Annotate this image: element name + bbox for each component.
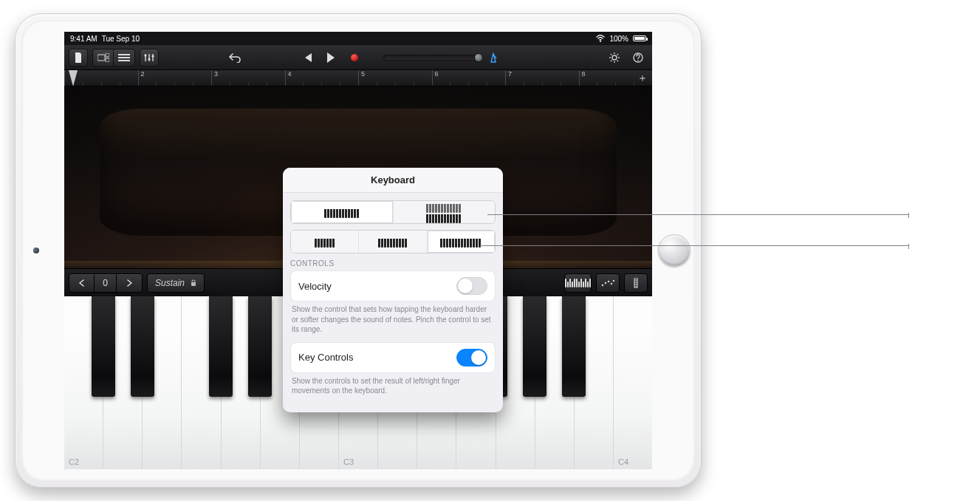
white-key[interactable] [222, 296, 261, 469]
add-section-button[interactable]: ＋ [637, 72, 648, 85]
svg-rect-13 [191, 282, 196, 286]
white-key[interactable] [143, 296, 182, 469]
play-button[interactable] [321, 49, 340, 67]
settings-button[interactable] [605, 49, 624, 67]
keyboard-size-small-option[interactable] [291, 231, 359, 253]
ruler-tick [156, 82, 157, 86]
svg-point-10 [612, 55, 617, 60]
white-key[interactable]: C4 [614, 296, 652, 469]
metronome-button[interactable] [484, 49, 503, 67]
ruler-tick [414, 82, 414, 86]
ruler-tick [524, 82, 524, 86]
key-label: C2 [69, 457, 79, 466]
key-label: C3 [343, 457, 354, 466]
velocity-row: Velocity [290, 270, 496, 301]
tracks-view-button[interactable] [114, 50, 134, 66]
ruler-bar-2: 2 [138, 70, 145, 86]
controls-section-heading: CONTROLS [290, 259, 496, 267]
go-to-start-button[interactable] [298, 49, 317, 67]
ruler-tick [83, 82, 83, 86]
ruler-tick [634, 82, 634, 86]
ruler-tick [395, 82, 396, 86]
white-key[interactable] [535, 296, 575, 469]
ruler-bar-4: 4 [285, 70, 292, 86]
song-position-knob[interactable] [474, 53, 483, 62]
ruler-tick [267, 82, 267, 86]
svg-point-15 [605, 282, 606, 283]
ruler-bar-1 [64, 70, 67, 86]
ruler-bar-6: 6 [432, 70, 439, 86]
svg-point-9 [151, 55, 154, 57]
svg-point-0 [600, 41, 601, 42]
double-keyboard-option[interactable] [394, 201, 496, 223]
keyboard-layout-popover: Keyboard [283, 168, 503, 412]
playhead[interactable] [69, 70, 78, 86]
my-songs-button[interactable] [69, 49, 88, 67]
browser-view-button[interactable] [93, 50, 114, 66]
ruler-tick [561, 82, 561, 86]
ruler-tick [597, 82, 597, 86]
svg-rect-5 [118, 57, 130, 58]
velocity-toggle[interactable] [456, 277, 487, 295]
keyboard-size-medium-option[interactable] [359, 231, 427, 253]
keyboard-icon [565, 279, 591, 287]
single-keyboard-icon [324, 208, 360, 217]
ruler-tick [468, 82, 469, 86]
octave-value: 0 [95, 274, 117, 292]
ruler-tick [377, 82, 377, 86]
white-key[interactable] [575, 296, 614, 469]
ruler-tick [174, 82, 175, 86]
undo-button[interactable] [225, 49, 244, 67]
ruler-bar-8: 8 [579, 70, 586, 86]
svg-point-8 [148, 58, 150, 60]
song-position-slider[interactable] [383, 55, 479, 61]
record-button[interactable] [345, 49, 364, 67]
key-controls-title: Key Controls [298, 352, 353, 363]
ruler-tick [120, 82, 120, 86]
white-key[interactable] [182, 296, 221, 469]
ruler-tick [230, 82, 230, 86]
key-controls-hint: Show the controls to set the result of l… [290, 376, 496, 396]
ruler-tick [487, 82, 487, 86]
velocity-title: Velocity [298, 281, 332, 292]
wifi-icon [596, 35, 605, 42]
home-button[interactable] [658, 234, 691, 267]
track-controls-button[interactable] [140, 49, 159, 67]
velocity-hint: Show the control that sets how tapping t… [290, 304, 496, 335]
app-toolbar [64, 45, 652, 70]
svg-point-16 [608, 280, 609, 282]
front-camera [33, 248, 39, 253]
help-button[interactable] [628, 49, 648, 67]
octave-down-button[interactable] [69, 274, 95, 292]
ruler-tick [542, 82, 543, 86]
white-key[interactable] [103, 296, 143, 469]
battery-percent: 100% [609, 35, 628, 43]
key-controls-toggle[interactable] [456, 349, 487, 367]
keyboard-layout-button[interactable] [564, 273, 592, 293]
octave-stepper: 0 [69, 273, 143, 293]
octave-up-button[interactable] [117, 274, 142, 292]
song-ruler[interactable]: ＋ 2345678 [64, 70, 652, 86]
svg-point-17 [611, 282, 612, 284]
keyboard-size-large-option[interactable] [428, 231, 495, 253]
ruler-tick [193, 82, 193, 86]
popover-title: Keyboard [283, 168, 503, 193]
ipad-frame: 9:41 AM Tue Sep 10 100% [15, 13, 702, 488]
single-keyboard-option[interactable] [291, 201, 394, 223]
ruler-tick [248, 82, 249, 86]
ruler-tick [450, 82, 450, 86]
ruler-tick [615, 82, 616, 86]
white-key[interactable]: C2 [64, 296, 103, 469]
key-label: C4 [618, 457, 628, 466]
sustain-button[interactable]: Sustain [147, 273, 205, 293]
ruler-tick [303, 82, 304, 86]
keyboard-medium-icon [378, 237, 408, 246]
svg-rect-4 [118, 54, 130, 55]
view-toggle-group [92, 49, 135, 67]
svg-rect-6 [118, 60, 130, 61]
arpeggiator-button[interactable] [596, 273, 620, 293]
scale-button[interactable] [624, 273, 648, 293]
lock-icon [191, 279, 196, 287]
ruler-tick [321, 82, 322, 86]
key-controls-row: Key Controls [290, 342, 496, 373]
